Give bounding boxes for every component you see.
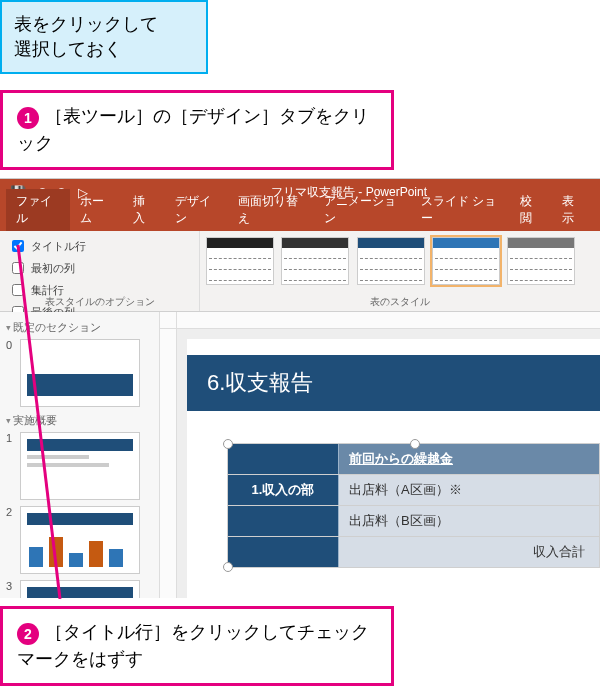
options-group-label: 表スタイルのオプション	[0, 295, 199, 309]
step1-text: ［表ツール］の［デザイン］タブをクリック	[17, 106, 369, 153]
hint-callout: 表をクリックして 選択しておく	[0, 0, 208, 74]
thumb-2[interactable]: 2	[6, 506, 153, 574]
ruler-vertical	[160, 329, 177, 598]
editor-area: 既定のセクション 0 実施概要 1 2 3	[0, 312, 600, 598]
table-cell[interactable]	[228, 506, 339, 536]
thumb-1[interactable]: 1	[6, 432, 153, 500]
tab-animations[interactable]: アニメーション	[314, 189, 411, 231]
tab-design[interactable]: デザイン	[165, 189, 229, 231]
table-row[interactable]: 出店料（B区画）	[228, 506, 599, 537]
section-overview[interactable]: 実施概要	[6, 413, 153, 428]
table-row[interactable]: 1.収入の部 出店料（A区画）※	[228, 475, 599, 506]
checkbox-first-col[interactable]	[12, 262, 24, 274]
table-cell[interactable]	[228, 537, 339, 567]
step2-text: ［タイトル行］をクリックしてチェックマークをはずす	[17, 622, 369, 669]
powerpoint-window: 💾 ↶ ↷ ▷ フリマ収支報告 - PowerPoint ファイル ホーム 挿入…	[0, 178, 600, 598]
table-cell[interactable]: 収入合計	[339, 537, 599, 567]
slide: 6.収支報告 前回からの繰越金 1.収入の部 出店料（A区画）※	[187, 339, 600, 598]
table-row[interactable]: 前回からの繰越金	[228, 444, 599, 475]
thumb-0[interactable]: 0	[6, 339, 153, 407]
section-default[interactable]: 既定のセクション	[6, 320, 153, 335]
table-style-4[interactable]	[432, 237, 500, 285]
table-cell[interactable]: 出店料（B区画）	[339, 506, 599, 536]
table-style-5[interactable]	[507, 237, 575, 285]
step1-callout: 1［表ツール］の［デザイン］タブをクリック	[0, 90, 394, 170]
table-header-cell[interactable]: 前回からの繰越金	[339, 444, 599, 474]
slide-title[interactable]: 6.収支報告	[187, 355, 600, 411]
table-style-3[interactable]	[357, 237, 425, 285]
opt-header-row[interactable]: タイトル行	[8, 237, 98, 255]
canvas-wrap: 6.収支報告 前回からの繰越金 1.収入の部 出店料（A区画）※	[160, 312, 600, 598]
tab-file[interactable]: ファイル	[6, 189, 70, 231]
table-row-header[interactable]: 1.収入の部	[228, 475, 339, 505]
table-cell[interactable]	[228, 444, 339, 474]
table-style-1[interactable]	[206, 237, 274, 285]
ruler-horizontal	[177, 312, 600, 329]
tab-insert[interactable]: 挿入	[123, 189, 165, 231]
opt-first-col[interactable]: 最初の列	[8, 259, 98, 277]
styles-group-label: 表のスタイル	[200, 295, 600, 309]
thumb-3[interactable]: 3	[6, 580, 153, 598]
tab-transitions[interactable]: 画面切り替え	[228, 189, 314, 231]
slide-canvas[interactable]: 6.収支報告 前回からの繰越金 1.収入の部 出店料（A区画）※	[177, 329, 600, 598]
slide-thumbnails-pane[interactable]: 既定のセクション 0 実施概要 1 2 3	[0, 312, 160, 598]
step2-callout: 2［タイトル行］をクリックしてチェックマークをはずす	[0, 606, 394, 686]
table-style-options-group: タイトル行 最初の列 集計行 最後の列 縞模様 (行) 縞模様 (列) 表スタイ…	[0, 231, 200, 311]
tab-review[interactable]: 校閲	[510, 189, 552, 231]
tab-slideshow[interactable]: スライド ショー	[411, 189, 511, 231]
step2-badge: 2	[17, 623, 39, 645]
table-handle[interactable]	[410, 439, 420, 449]
ribbon: タイトル行 最初の列 集計行 最後の列 縞模様 (行) 縞模様 (列) 表スタイ…	[0, 231, 600, 312]
ribbon-tabs: ファイル ホーム 挿入 デザイン 画面切り替え アニメーション スライド ショー…	[0, 205, 600, 231]
tab-view[interactable]: 表示	[552, 189, 594, 231]
table-style-2[interactable]	[281, 237, 349, 285]
step1-badge: 1	[17, 107, 39, 129]
checkbox-header-row[interactable]	[12, 240, 24, 252]
table-styles-group: 表のスタイル	[200, 231, 600, 311]
table-row[interactable]: 収入合計	[228, 537, 599, 567]
table-cell[interactable]: 出店料（A区画）※	[339, 475, 599, 505]
tab-home[interactable]: ホーム	[70, 189, 123, 231]
table-handle[interactable]	[223, 562, 233, 572]
table[interactable]: 前回からの繰越金 1.収入の部 出店料（A区画）※ 出店料（B区画）	[227, 443, 600, 568]
